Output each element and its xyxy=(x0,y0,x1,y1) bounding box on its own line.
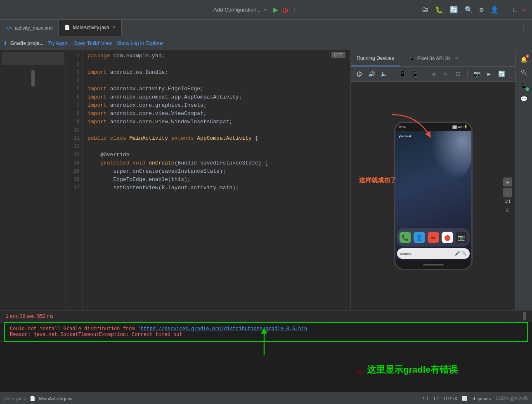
code-line-10 xyxy=(87,126,345,134)
window-controls: — □ ✕ xyxy=(505,6,525,13)
back-button[interactable]: ◁ xyxy=(428,69,438,79)
maximize-button[interactable]: □ xyxy=(513,7,517,13)
code-line-13: @Override xyxy=(87,151,345,159)
devices-tab-bar: Running Devices 📱 Pixel 3a API 34 ✕ xyxy=(351,50,515,67)
open-build-view-button[interactable]: Open 'Build' View xyxy=(73,40,112,46)
phone-wallpaper xyxy=(430,131,471,181)
phone-signal: ▓▓ WiFi 🔋 xyxy=(452,125,468,129)
run-icon[interactable]: ▶ xyxy=(273,6,278,14)
try-again-button[interactable]: Try Again xyxy=(48,40,69,46)
status-bar: ple > yhd > 📄 MainActivity.java 1:1 LF U… xyxy=(0,392,532,404)
encoding[interactable]: UTF-8 xyxy=(444,396,457,401)
more-icon[interactable]: ⋮ xyxy=(292,7,298,13)
recents-button[interactable]: □ xyxy=(453,69,463,79)
code-editor[interactable]: 12345 678910 1112131415 1617 package com… xyxy=(66,50,350,310)
devices-toolbar: ⏻ 🔊 🔈 📱 📱 ◁ ○ □ 📷 ▶ 🔄 xyxy=(351,67,515,82)
volume-up-button[interactable]: 🔊 xyxy=(366,69,376,79)
minimize-button[interactable]: — xyxy=(505,7,508,13)
toolbar-icon-1[interactable]: 🗂 xyxy=(422,6,428,14)
tab-icon-xml: </> xyxy=(6,26,12,31)
info-bar: ℹ Gradle proje... Try Again Open 'Build'… xyxy=(0,36,532,50)
code-lines[interactable]: package com.example.yhd; import android.… xyxy=(83,50,350,310)
ai-chat-icon[interactable]: 💬 xyxy=(518,93,530,105)
dock-contacts-icon[interactable]: 👤 xyxy=(414,232,425,243)
left-panel-content xyxy=(0,50,66,310)
toolbar-separator-3 xyxy=(467,70,468,78)
device-online-badge xyxy=(526,87,529,91)
dock-gmail-icon[interactable]: ✉ xyxy=(428,232,439,243)
panel-item-2 xyxy=(0,67,66,70)
scrollbar-thumb[interactable] xyxy=(31,70,35,87)
notification-badge: 1 xyxy=(526,54,529,58)
code-line-11: public class MainActivity extends AppCom… xyxy=(87,134,345,143)
breadcrumb: ple > yhd > xyxy=(4,396,26,401)
devices-panel: Running Devices 📱 Pixel 3a API 34 ✕ ⏻ 🔊 … xyxy=(350,50,515,310)
show-log-explorer-button[interactable]: Show Log in Explorer xyxy=(117,40,164,46)
forward-button[interactable]: ▶ xyxy=(484,69,494,79)
search-icon[interactable]: 🔍 xyxy=(465,6,473,14)
toolbar-icon-3[interactable]: 🔄 xyxy=(450,6,458,14)
rotate-portrait-button[interactable]: 📱 xyxy=(397,69,407,79)
gradle-error-annotation: 这里显示gradle有错误 xyxy=(356,364,458,376)
home-button[interactable]: ○ xyxy=(441,69,451,79)
phone-time: 12:34 xyxy=(399,126,406,129)
rotate-landscape-button[interactable]: 📱 xyxy=(410,69,420,79)
phone-home-indicator xyxy=(423,264,444,265)
zoom-out-button[interactable]: − xyxy=(503,188,512,197)
config-label[interactable]: Add Configuration... xyxy=(213,7,261,13)
plugin-icon[interactable]: 🔌 xyxy=(518,67,530,78)
tab-more-button[interactable]: ⋮ xyxy=(515,20,532,36)
code-line-9: import androidx.core.view.WindowInsetsCo… xyxy=(87,118,345,126)
code-line-1: package com.example.yhd; xyxy=(87,52,345,60)
error-count-label: 1 errc 39 sec, 552 ms xyxy=(6,313,53,319)
status-file-name: MainActivity.java xyxy=(39,396,72,401)
device-manager-icon[interactable]: 📱 xyxy=(518,80,530,92)
volume-down-button[interactable]: 🔈 xyxy=(379,69,389,79)
account-icon[interactable]: 👤 xyxy=(490,6,499,14)
power-button[interactable]: ⏻ xyxy=(354,69,364,79)
left-sidebar xyxy=(0,50,66,310)
info-actions: Try Again Open 'Build' View Show Log in … xyxy=(48,40,164,46)
gradle-url-link[interactable]: https://services.gradle.org/distribution… xyxy=(141,326,307,332)
settings-icon[interactable]: ⚙ xyxy=(480,6,484,14)
off-badge: OFF xyxy=(331,52,345,58)
tab-close-java[interactable]: ✕ xyxy=(112,25,116,30)
dropdown-icon[interactable]: ▾ xyxy=(264,7,267,12)
close-button[interactable]: ✕ xyxy=(522,6,525,13)
dock-camera-icon[interactable]: 📷 xyxy=(456,232,467,243)
phone-search-bar[interactable]: Search... 🎤 🔍 xyxy=(397,248,470,259)
code-line-15: super.onCreate(savedInstanceState); xyxy=(87,167,345,176)
phone-mockup: 12:34 ▓▓ WiFi 🔋 yhd test 📞 👤 ✉ ⬤ 📷 xyxy=(394,122,473,270)
pixel-3a-close[interactable]: ✕ xyxy=(455,56,458,61)
tab-icon-java: 📄 xyxy=(64,25,70,30)
status-right: 1:1 LF UTF-8 ⬜ 4 spaces CSDN @A:木易 xyxy=(423,395,528,402)
dock-chrome-icon[interactable]: ⬤ xyxy=(442,232,453,243)
tab-activity-main[interactable]: </> activity_main.xml xyxy=(0,20,59,36)
notification-icon[interactable]: 🔔 1 xyxy=(518,54,530,65)
code-line-5: import androidx.activity.EdgeToEdge; xyxy=(87,85,345,93)
running-devices-tab[interactable]: Running Devices xyxy=(351,50,400,66)
indent-setting[interactable]: 4 spaces xyxy=(473,396,491,401)
sync-button[interactable]: 🔄 xyxy=(497,69,506,79)
pixel-3a-tab[interactable]: 📱 Pixel 3a API 34 ✕ xyxy=(403,50,464,66)
code-line-16: EdgeToEdge.enable(this); xyxy=(87,176,345,184)
tab-mainactivity[interactable]: 📄 MainActivity.java ✕ xyxy=(59,20,121,36)
tab-label-xml: activity_main.xml xyxy=(15,25,52,31)
screenshot-button[interactable]: 📷 xyxy=(472,69,482,79)
phone-screen: yhd test 📞 👤 ✉ ⬤ 📷 Search... 🎤 🔍 xyxy=(395,131,471,261)
dock-phone-icon[interactable]: 📞 xyxy=(400,232,411,243)
phone-app-label: yhd test xyxy=(399,134,411,138)
fit-screen-button[interactable]: ⊞ xyxy=(503,205,512,214)
zoom-in-button[interactable]: + xyxy=(503,178,512,187)
code-line-14: protected void onCreate(Bundle savedInst… xyxy=(87,159,345,167)
toolbar-icon-2[interactable]: 🐛 xyxy=(435,6,443,14)
title-right: 🗂 🐛 🔄 🔍 ⚙ 👤 — □ ✕ xyxy=(422,6,525,14)
line-ending[interactable]: LF xyxy=(434,396,439,401)
cursor-position[interactable]: 1:1 xyxy=(423,396,429,401)
device-icon-tab: 📱 xyxy=(409,56,415,61)
google-lens-icon[interactable]: 🔍 xyxy=(461,251,466,256)
title-center: Add Configuration... ▾ ▶ 🐞 ⋮ xyxy=(213,6,298,14)
right-sidebar: 🔔 1 🔌 📱 💬 xyxy=(515,50,532,310)
google-mic-icon[interactable]: 🎤 xyxy=(455,251,460,256)
debug-icon[interactable]: 🐞 xyxy=(281,7,288,13)
